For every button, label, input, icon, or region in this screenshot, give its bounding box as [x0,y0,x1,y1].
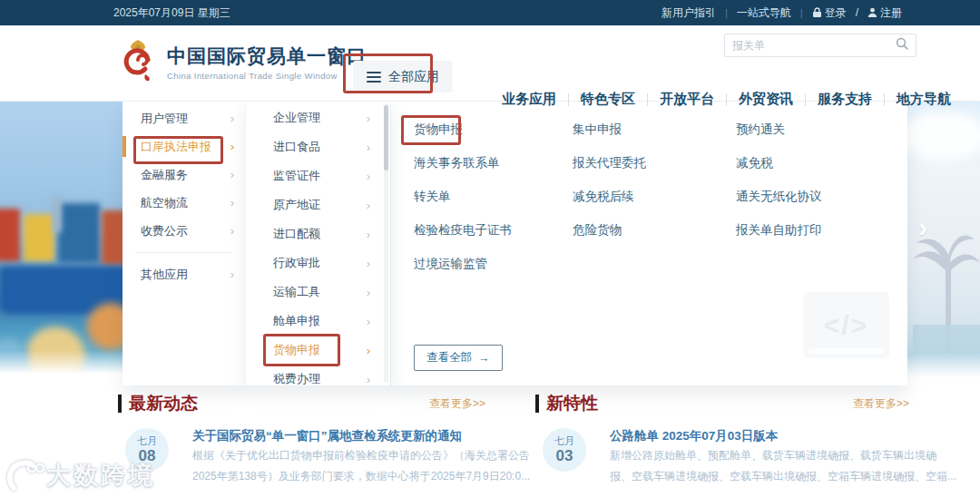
scrollbar-thumb[interactable] [384,105,388,171]
chevron-right-icon: › [230,140,234,153]
features-more-link[interactable]: 查看更多>> [853,396,909,412]
app-link-declaration-self-print[interactable]: 报关单自助打印 [736,213,822,247]
header: 中国国际贸易单一窗口 China International Trade Sin… [0,25,980,102]
chevron-right-icon: › [367,373,370,386]
feature-item-title[interactable]: 公路舱单 2025年07月03日版本 [610,428,909,444]
app-link-paperless-clearance-agreement[interactable]: 通关无纸化协议 [736,180,822,213]
submenu-item-tax-handling[interactable]: 税费办理› [246,365,390,385]
app-link-centralized-declaration[interactable]: 集中申报 [573,112,646,146]
code-placeholder-icon: </> [803,292,889,358]
search-icon[interactable] [896,37,908,54]
chevron-right-icon: › [230,112,234,125]
menu-item-port-law-declaration[interactable]: 口岸执法申报› [122,132,245,161]
hero-banner-left [0,102,122,374]
feature-item-line1: 新增公路原始舱单、预配舱单、载货车辆进境确报、载货车辆出境确 [610,446,909,465]
hamburger-icon [367,69,381,85]
chevron-right-icon: › [367,257,370,270]
slash-separator: / [856,6,858,19]
chevron-right-icon: › [230,168,234,181]
submenu-item-import-quota[interactable]: 进口配额› [246,219,390,248]
app-link-dangerous-goods[interactable]: 危险货物 [573,213,646,247]
chevron-right-icon: › [367,141,370,154]
chevron-right-icon: › [367,170,370,183]
feature-item-line2: 报、空载车辆进境确报、空载车辆出境确报、空箱车辆进境确报、空箱... [610,467,909,486]
chevron-right-icon: › [367,344,370,357]
nav-open-platform[interactable]: 开放平台 [648,91,726,108]
feature-item[interactable]: 七月 03 公路舱单 2025年07月03日版本 新增公路原始舱单、预配舱单、载… [535,428,909,486]
app-link-customs-affairs-contact-sheet[interactable]: 海关事务联系单 [414,146,512,180]
latest-news-section: 最新动态 查看更多>> 七月 08 关于国际贸易“单一窗口”属地查检系统更新的通… [118,390,485,486]
search-input[interactable] [725,39,896,52]
title-bar [118,395,122,413]
submenu-item-transport-vehicles[interactable]: 运输工具› [246,278,390,307]
main-nav: 业务应用 特色专区 开放平台 外贸资讯 服务支持 地方导航 [490,91,963,108]
watermark-logo-icon [5,457,44,493]
chevron-right-icon: › [367,112,370,125]
top-bar: 2025年07月09日 星期三 新用户指引 | 一站式导航 | 登录 / 注册 [0,0,980,25]
emblem-icon [118,38,158,85]
chevron-right-icon: › [367,286,370,299]
divider: | [800,7,803,18]
app-link-transit-declaration[interactable]: 转关单 [414,180,512,213]
new-user-guide-link[interactable]: 新用户指引 [662,5,716,21]
chevron-right-icon: › [230,224,234,238]
menu-item-air-logistics[interactable]: 航空物流› [122,189,245,217]
menu-item-other-apps[interactable]: 其他应用› [122,260,245,288]
nav-special-zone[interactable]: 特色专区 [569,91,647,108]
nav-trade-news[interactable]: 外贸资讯 [727,91,805,108]
person-icon [867,7,877,21]
app-link-inspection-quarantine-ecert[interactable]: 检验检疫电子证书 [414,213,512,247]
page: 2025年07月09日 星期三 新用户指引 | 一站式导航 | 登录 / 注册 [0,0,980,497]
app-link-appointment-clearance[interactable]: 预约通关 [736,112,822,146]
arrow-right-icon: → [478,352,490,365]
app-link-transit-transport-supervision[interactable]: 过境运输监管 [414,247,512,280]
scrollbar-track[interactable] [384,103,388,383]
login-link[interactable]: 登录 [812,5,847,21]
search-box [724,34,916,57]
carousel-next-icon[interactable]: › [918,212,927,243]
news-item-line1: 根据《关于优化出口货物申报前检验检疫申请的公告》（海关总署公告 [192,446,485,465]
app-link-tax-reduction[interactable]: 减免税 [736,146,822,180]
news-date-badge: 七月 08 [125,428,169,472]
submenu-item-certificate-of-origin[interactable]: 原产地证› [246,190,390,219]
view-all-button[interactable]: 查看全部→ [414,345,503,371]
news-section-title: 最新动态 [129,392,198,415]
news-item-title[interactable]: 关于国际贸易“单一窗口”属地查检系统更新的通知 [192,428,485,444]
site-title: 中国国际贸易单一窗口 [167,44,367,69]
app-link-customs-agency-entrust[interactable]: 报关代理委托 [573,146,646,180]
nav-business[interactable]: 业务应用 [490,91,568,108]
app-link-cargo-declaration[interactable]: 货物申报 [414,112,512,146]
date-text: 2025年07月09日 星期三 [113,5,230,21]
features-section-title: 新特性 [546,392,598,415]
title-bar [535,395,539,413]
menu-level2: 企业管理› 进口食品› 监管证件› 原产地证› 进口配额› 行政审批› 运输工具… [245,102,390,385]
divider: | [725,7,728,18]
news-more-link[interactable]: 查看更多>> [429,396,485,412]
menu-level1: 用户管理› 口岸执法申报› 金融服务› 航空物流› 收费公示› 其他应用› [122,102,245,385]
site-subtitle: China International Trade Single Window [167,71,367,81]
all-apps-button[interactable]: 全部应用 [353,61,453,93]
new-features-section: 新特性 查看更多>> 七月 03 公路舱单 2025年07月03日版本 新增公路… [535,390,909,486]
register-link[interactable]: 注册 [867,5,902,21]
site-logo[interactable]: 中国国际贸易单一窗口 China International Trade Sin… [118,38,367,85]
lock-icon [812,7,822,21]
submenu-item-administrative-approval[interactable]: 行政审批› [246,248,390,278]
chevron-right-icon: › [367,315,370,328]
divider [135,252,232,253]
chevron-right-icon: › [230,196,234,210]
one-stop-nav-link[interactable]: 一站式导航 [737,5,791,21]
app-link-tax-reduction-followup[interactable]: 减免税后续 [573,180,646,213]
nav-local[interactable]: 地方导航 [885,91,963,108]
submenu-item-manifest-declaration[interactable]: 舱单申报› [246,307,390,336]
menu-item-financial-services[interactable]: 金融服务› [122,161,245,189]
news-item[interactable]: 七月 08 关于国际贸易“单一窗口”属地查检系统更新的通知 根据《关于优化出口货… [118,428,485,486]
menu-item-fee-publicity[interactable]: 收费公示› [122,217,245,245]
menu-item-user-management[interactable]: 用户管理› [122,104,245,132]
submenu-item-cargo-declaration[interactable]: 货物申报› [246,336,390,365]
nav-support[interactable]: 服务支持 [806,91,884,108]
submenu-item-regulatory-certificates[interactable]: 监管证件› [246,161,390,190]
submenu-item-imported-food[interactable]: 进口食品› [246,132,390,161]
submenu-item-enterprise-management[interactable]: 企业管理› [246,103,390,132]
news-item-line2: 2025年第138号）及业务部门要求，数据中心将于2025年7月9日20:0..… [192,467,485,486]
hero-banner-right: › [907,102,980,378]
